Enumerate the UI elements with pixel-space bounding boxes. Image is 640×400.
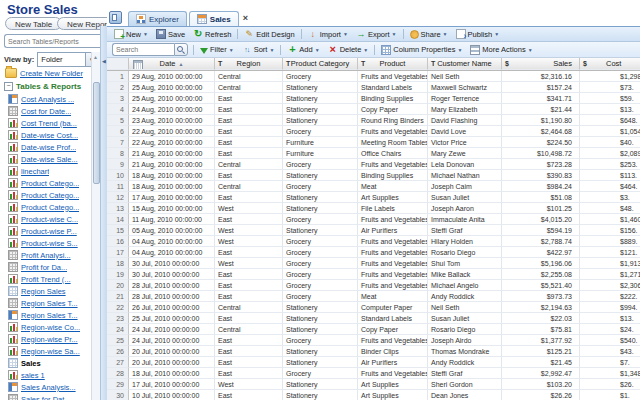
sidebar-item[interactable]: Region Sales T...: [0, 309, 91, 321]
new-table-button[interactable]: New Table: [5, 17, 62, 30]
table-cell[interactable]: Lela Donovan: [428, 159, 502, 170]
table-cell[interactable]: $156.: [580, 225, 640, 236]
table-cell[interactable]: Susan Juliet: [428, 192, 502, 203]
column-header-product[interactable]: TProduct: [358, 58, 428, 70]
row-number-cell[interactable]: 2: [107, 82, 129, 93]
table-cell[interactable]: Grocery: [283, 368, 358, 379]
table-cell[interactable]: Neil Seth: [428, 302, 502, 313]
table-cell[interactable]: $594.19: [502, 225, 580, 236]
table-cell[interactable]: 20 Jul, 2010 00:00:00: [129, 346, 215, 357]
table-cell[interactable]: Stationery: [283, 115, 358, 126]
table-cell[interactable]: Fruits and Vegetables: [358, 126, 428, 137]
sidebar-search-input[interactable]: [4, 34, 102, 48]
table-cell[interactable]: $21.45: [502, 357, 580, 368]
table-cell[interactable]: East: [215, 390, 283, 400]
table-cell[interactable]: $13.: [580, 104, 640, 115]
table-cell[interactable]: $2,089.: [580, 148, 640, 159]
table-cell[interactable]: Fruits and Vegetables: [358, 269, 428, 280]
sidebar-item[interactable]: sales 1: [0, 369, 91, 381]
row-number-cell[interactable]: 13: [107, 203, 129, 214]
table-search-input[interactable]: [112, 43, 174, 56]
table-cell[interactable]: Copy Paper: [358, 104, 428, 115]
row-number-cell[interactable]: 17: [107, 247, 129, 258]
table-cell[interactable]: $723.28: [502, 159, 580, 170]
table-cell[interactable]: Stationery: [283, 313, 358, 324]
table-cell[interactable]: $1,054.: [580, 126, 640, 137]
table-row[interactable]: 1118 Aug, 2010 00:00:00CentralGroceryMea…: [107, 181, 640, 192]
collapse-panel-icon[interactable]: ◀: [102, 58, 106, 64]
sidebar-item[interactable]: Product Catego...: [0, 201, 91, 213]
table-cell[interactable]: Thomas Mondrake: [428, 346, 502, 357]
row-number-cell[interactable]: 25: [107, 335, 129, 346]
row-number-cell[interactable]: 5: [107, 115, 129, 126]
table-cell[interactable]: $648.: [580, 115, 640, 126]
table-cell[interactable]: Michael Nathan: [428, 170, 502, 181]
table-cell[interactable]: Mary Elizabeth: [428, 104, 502, 115]
table-cell[interactable]: Stationery: [283, 170, 358, 181]
table-cell[interactable]: 30 Jul, 2010 00:00:00: [129, 269, 215, 280]
table-cell[interactable]: Binder Clips: [358, 346, 428, 357]
table-cell[interactable]: Rosario Diego: [428, 247, 502, 258]
table-cell[interactable]: Susan Juliet: [428, 313, 502, 324]
panel-toggle-icon[interactable]: [109, 11, 122, 24]
table-row[interactable]: 2325 Jul, 2010 00:00:00EastStationerySta…: [107, 313, 640, 324]
table-cell[interactable]: Fruits and Vegetables: [358, 247, 428, 258]
table-row[interactable]: 2720 Jul, 2010 00:00:00EastStationeryAir…: [107, 357, 640, 368]
table-cell[interactable]: Hilary Holden: [428, 236, 502, 247]
table-row[interactable]: 722 Aug, 2010 00:00:00EastFurnitureMeeti…: [107, 137, 640, 148]
table-row[interactable]: 2028 Jul, 2010 00:00:00EastGroceryFruits…: [107, 280, 640, 291]
table-cell[interactable]: Meeting Room Tables: [358, 137, 428, 148]
table-cell[interactable]: Maxwell Schwartz: [428, 82, 502, 93]
table-cell[interactable]: Stationery: [283, 192, 358, 203]
table-cell[interactable]: $224.50: [502, 137, 580, 148]
sidebar-item[interactable]: Sales Analysis...: [0, 381, 91, 393]
table-cell[interactable]: Neil Seth: [428, 71, 502, 82]
table-row[interactable]: 2424 Jul, 2010 00:00:00CentralStationery…: [107, 324, 640, 335]
row-number-cell[interactable]: 10: [107, 170, 129, 181]
table-cell[interactable]: 10 Jul, 2010 00:00:00: [129, 390, 215, 400]
table-cell[interactable]: David Flashing: [428, 115, 502, 126]
table-cell[interactable]: File Labels: [358, 203, 428, 214]
table-cell[interactable]: 30 Jul, 2010 00:00:00: [129, 258, 215, 269]
row-number-cell[interactable]: 12: [107, 192, 129, 203]
sidebar-scrollbar[interactable]: ▲: [91, 52, 100, 400]
table-cell[interactable]: Grocery: [283, 71, 358, 82]
table-cell[interactable]: $1,913.: [580, 258, 640, 269]
table-cell[interactable]: Computer Paper: [358, 302, 428, 313]
table-cell[interactable]: Central: [215, 71, 283, 82]
table-cell[interactable]: $2,255.08: [502, 269, 580, 280]
table-cell[interactable]: East: [215, 346, 283, 357]
table-cell[interactable]: West: [215, 203, 283, 214]
filter-button[interactable]: Filter▼: [196, 44, 238, 56]
row-number-cell[interactable]: 22: [107, 302, 129, 313]
table-row[interactable]: 129 Aug, 2010 00:00:00CentralGroceryFrui…: [107, 71, 640, 82]
row-number-cell[interactable]: 7: [107, 137, 129, 148]
table-cell[interactable]: $13.: [580, 313, 640, 324]
table-cell[interactable]: $43.: [580, 346, 640, 357]
table-cell[interactable]: $1,348.: [580, 368, 640, 379]
sidebar-item[interactable]: Sales for Dat...: [0, 393, 91, 400]
sidebar-item[interactable]: Cost Trend (ba...: [0, 117, 91, 129]
table-cell[interactable]: 18 Jul, 2010 00:00:00: [129, 368, 215, 379]
table-cell[interactable]: Andy Roddick: [428, 291, 502, 302]
table-cell[interactable]: West: [215, 225, 283, 236]
table-cell[interactable]: Victor Price: [428, 137, 502, 148]
table-cell[interactable]: $973.73: [502, 291, 580, 302]
table-cell[interactable]: Central: [215, 159, 283, 170]
publish-button[interactable]: Publish▼: [452, 28, 504, 40]
table-cell[interactable]: West: [215, 258, 283, 269]
table-cell[interactable]: Joseph Aaron: [428, 203, 502, 214]
table-cell[interactable]: East: [215, 192, 283, 203]
table-search-button[interactable]: [174, 43, 188, 56]
scroll-up-icon[interactable]: ▲: [93, 54, 98, 60]
table-cell[interactable]: $889.: [580, 236, 640, 247]
table-cell[interactable]: East: [215, 115, 283, 126]
column-header-customer-name[interactable]: TCustomer Name: [428, 58, 502, 70]
table-cell[interactable]: Stationery: [283, 93, 358, 104]
table-cell[interactable]: $1.: [580, 390, 640, 400]
row-number-cell[interactable]: 23: [107, 313, 129, 324]
row-number-cell[interactable]: 3: [107, 93, 129, 104]
table-cell[interactable]: $2,464.68: [502, 126, 580, 137]
export-button[interactable]: Export▼: [352, 28, 401, 40]
table-cell[interactable]: $2,194.63: [502, 302, 580, 313]
